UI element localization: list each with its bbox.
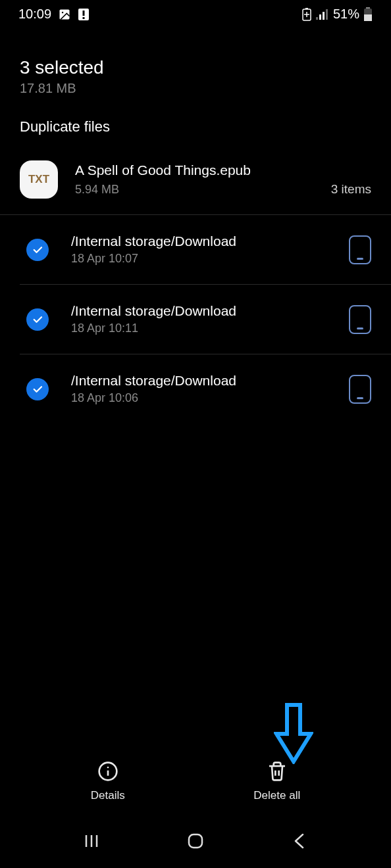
details-label: Details bbox=[91, 789, 125, 802]
group-count: 3 items bbox=[331, 182, 371, 197]
svg-rect-7 bbox=[316, 17, 318, 20]
device-phone-icon bbox=[349, 305, 371, 334]
svg-rect-8 bbox=[319, 14, 321, 20]
delete-all-label: Delete all bbox=[253, 789, 300, 802]
file-path: /Internal storage/Download bbox=[71, 373, 349, 389]
alert-icon bbox=[78, 8, 90, 21]
battery-saver-icon bbox=[301, 8, 312, 21]
file-path: /Internal storage/Download bbox=[71, 233, 349, 249]
selection-header: 3 selected 17.81 MB bbox=[0, 26, 391, 103]
system-nav-bar bbox=[0, 814, 391, 868]
home-button[interactable] bbox=[182, 828, 209, 854]
status-time: 10:09 bbox=[18, 7, 51, 22]
svg-point-1 bbox=[62, 11, 64, 12]
info-icon bbox=[97, 761, 118, 785]
svg-rect-3 bbox=[83, 11, 85, 16]
duplicate-group[interactable]: TXT A Spell of Good Things.epub 5.94 MB … bbox=[0, 154, 391, 215]
svg-rect-10 bbox=[326, 9, 328, 20]
svg-rect-4 bbox=[83, 17, 85, 19]
file-item[interactable]: /Internal storage/Download 18 Apr 10:06 bbox=[20, 354, 391, 423]
battery-percent: 51% bbox=[333, 7, 359, 22]
file-list: /Internal storage/Download 18 Apr 10:07 … bbox=[0, 215, 391, 423]
file-item[interactable]: /Internal storage/Download 18 Apr 10:07 bbox=[20, 215, 391, 285]
action-bar: Details Delete all bbox=[0, 761, 391, 814]
trash-icon bbox=[267, 761, 288, 785]
svg-rect-9 bbox=[323, 12, 325, 20]
svg-rect-22 bbox=[189, 834, 202, 848]
file-path: /Internal storage/Download bbox=[71, 303, 349, 319]
device-phone-icon bbox=[349, 235, 371, 264]
file-date: 18 Apr 10:07 bbox=[71, 252, 349, 266]
annotation-arrow-icon bbox=[274, 702, 313, 767]
group-size: 5.94 MB bbox=[75, 183, 119, 197]
delete-all-button[interactable]: Delete all bbox=[253, 761, 300, 802]
file-item[interactable]: /Internal storage/Download 18 Apr 10:11 bbox=[20, 285, 391, 354]
selection-size: 17.81 MB bbox=[20, 81, 371, 96]
recents-button[interactable] bbox=[78, 828, 105, 854]
checkbox-checked-icon[interactable] bbox=[26, 308, 49, 331]
svg-rect-6 bbox=[305, 8, 308, 9]
selection-count: 3 selected bbox=[20, 57, 371, 78]
svg-point-16 bbox=[107, 767, 109, 769]
details-button[interactable]: Details bbox=[91, 761, 125, 802]
file-date: 18 Apr 10:06 bbox=[71, 391, 349, 405]
file-type-badge: TXT bbox=[20, 160, 58, 199]
status-bar: 10:09 51% bbox=[0, 0, 391, 26]
checkbox-checked-icon[interactable] bbox=[26, 239, 49, 261]
checkbox-checked-icon[interactable] bbox=[26, 378, 49, 400]
signal-icon bbox=[316, 9, 329, 20]
back-button[interactable] bbox=[286, 828, 313, 854]
device-phone-icon bbox=[349, 375, 371, 404]
svg-rect-12 bbox=[364, 14, 372, 21]
svg-rect-13 bbox=[366, 7, 370, 9]
battery-icon bbox=[363, 7, 373, 22]
image-icon bbox=[58, 8, 71, 21]
section-title: Duplicate files bbox=[0, 103, 391, 154]
group-filename: A Spell of Good Things.epub bbox=[75, 162, 371, 178]
file-date: 18 Apr 10:11 bbox=[71, 322, 349, 335]
